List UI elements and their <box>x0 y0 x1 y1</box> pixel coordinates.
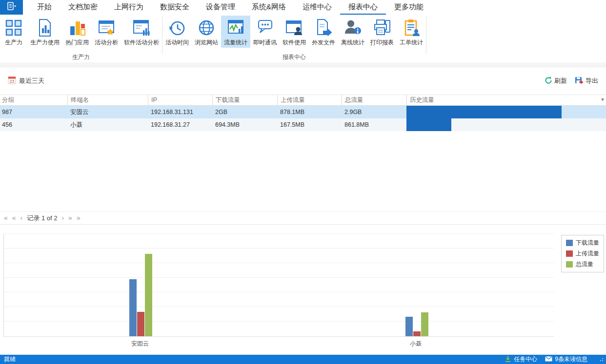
last-page-button[interactable]: » <box>77 212 81 224</box>
ribbon-item-traffic-stats[interactable]: 流量统计 <box>221 16 250 48</box>
ribbon-item-activity-analysis[interactable]: 活动分析 <box>92 16 121 48</box>
table-body: 987安固云192.168.31.1312GB878.1MB2.9GB456小聂… <box>0 106 606 131</box>
cell-history <box>406 106 606 118</box>
ribbon-item-label: 打印报表 <box>370 38 394 47</box>
menu-tab-doc-encrypt[interactable]: 文档加密 <box>60 0 106 15</box>
ribbon-item-productivity-usage[interactable]: 生产力使用 <box>27 16 62 48</box>
cell-history <box>406 118 606 131</box>
legend-item: 总流量 <box>566 260 599 268</box>
date-range-filter[interactable]: 23 最近三天 <box>8 76 44 86</box>
chat-bubble-icon <box>254 17 276 38</box>
refresh-button[interactable]: 刷新 <box>545 77 567 86</box>
bar-group-1 <box>129 254 152 336</box>
ribbon-item-software-usage[interactable]: 软件使用 <box>280 16 309 48</box>
column-header-history[interactable]: 历史流量 <box>406 95 606 105</box>
ribbon-item-ticket-stats[interactable]: 工单统计 <box>397 16 426 48</box>
menu-tab-more-features[interactable]: 更多功能 <box>386 0 432 15</box>
column-header-download[interactable]: 下载流量 <box>212 95 277 105</box>
filter-toolbar: 23 最近三天 刷新 导出 <box>8 74 598 88</box>
column-header-ip[interactable]: IP <box>148 95 212 105</box>
ribbon-divider <box>0 62 606 67</box>
ribbon-item-label: 活动分析 <box>95 38 118 47</box>
ribbon-item-label: 外发文件 <box>312 38 335 47</box>
bar-下载流量 <box>129 279 137 336</box>
ribbon-item-instant-messaging[interactable]: 即时通讯 <box>250 16 280 48</box>
column-menu-arrow-icon[interactable]: ▾ <box>601 96 604 103</box>
cell-download: 694.3MB <box>212 118 277 131</box>
ribbon-item-label: 即时通讯 <box>253 38 277 47</box>
column-header-group[interactable]: 分组 <box>0 95 67 105</box>
clock-history-icon <box>166 17 188 38</box>
cell-total: 861.8MB <box>342 118 406 131</box>
bar-上传流量 <box>137 312 144 336</box>
app-menu-button[interactable] <box>0 0 23 15</box>
window-star-icon <box>96 17 117 38</box>
refresh-label: 刷新 <box>554 77 567 85</box>
window-bars-icon <box>131 17 152 38</box>
ribbon-item-print-report[interactable]: 打印报表 <box>367 16 397 48</box>
menu-tab-web-behavior[interactable]: 上网行为 <box>106 0 152 15</box>
category-label: 小聂 <box>394 340 438 348</box>
menu-tab-start[interactable]: 开始 <box>29 0 60 15</box>
refresh-icon <box>545 77 552 86</box>
legend-item: 下载流量 <box>566 239 599 247</box>
chart-legend: 下载流量上传流量总流量 <box>561 235 604 272</box>
menu-tab-ops-center[interactable]: 运维中心 <box>294 0 340 15</box>
task-center-button[interactable]: 任务中心 <box>505 355 537 364</box>
productivity-grid-icon <box>3 17 24 38</box>
cell-terminal: 安固云 <box>67 106 148 118</box>
fast-prev-button[interactable]: « <box>12 212 16 224</box>
export-button[interactable]: 导出 <box>575 77 598 86</box>
column-header-terminal[interactable]: 终端名 <box>67 95 148 105</box>
export-save-icon <box>575 77 584 86</box>
unread-messages-button[interactable]: 9条未读信息 <box>545 355 587 364</box>
ribbon-item-hot-apps[interactable]: 热门应用 <box>62 16 92 48</box>
column-header-upload[interactable]: 上传流量 <box>277 95 342 105</box>
traffic-bar-chart: 下载流量上传流量总流量 安固云小聂 <box>0 229 606 355</box>
ribbon-item-label: 生产力使用 <box>30 38 60 47</box>
chart-gridline <box>4 307 554 307</box>
ribbon-item-activity-time[interactable]: 活动时间 <box>162 16 192 48</box>
clipboard-user-icon <box>401 17 422 38</box>
ribbon-item-label: 软件活动分析 <box>124 38 159 47</box>
history-bar <box>406 106 562 118</box>
resize-grip[interactable] <box>600 358 603 361</box>
chart-gridline <box>4 321 554 322</box>
window-user-icon <box>283 17 305 38</box>
ribbon-item-label: 浏览网站 <box>195 38 218 47</box>
doc-arrow-icon <box>313 17 334 38</box>
doc-chart-icon <box>34 17 56 38</box>
menu-tab-data-security[interactable]: 数据安全 <box>152 0 198 15</box>
ribbon-item-outgoing-files[interactable]: 外发文件 <box>309 16 338 48</box>
menu-tab-device-mgmt[interactable]: 设备管理 <box>198 0 243 15</box>
column-header-total[interactable]: 总流量 <box>342 95 406 105</box>
first-page-button[interactable]: « <box>4 212 8 224</box>
menu-tab-report-center[interactable]: 报表中心 <box>340 0 386 15</box>
ribbon-item-productivity[interactable]: 生产力 <box>0 16 27 48</box>
ribbon-item-browse-sites[interactable]: 浏览网站 <box>192 16 221 48</box>
legend-label: 上传流量 <box>576 249 599 258</box>
bar-总流量 <box>421 312 428 336</box>
app-menu-icon <box>6 1 17 13</box>
ribbon-item-label: 工单统计 <box>400 38 423 47</box>
table-row[interactable]: 987安固云192.168.31.1312GB878.1MB2.9GB <box>0 106 606 118</box>
next-page-button[interactable]: › <box>61 212 64 224</box>
ribbon-item-software-activity-analysis[interactable]: 软件活动分析 <box>121 16 162 48</box>
ribbon-group-2: 活动时间浏览网站流量统计即时通讯软件使用外发文件离线统计打印报表工单统计报表中心 <box>162 15 426 62</box>
unread-messages-label: 9条未读信息 <box>555 355 587 364</box>
cell-group: 456 <box>0 118 67 131</box>
ribbon-item-label: 活动时间 <box>165 38 189 47</box>
chart-gridline <box>4 263 554 263</box>
cell-download: 2GB <box>212 106 277 118</box>
ribbon-group-label: 报表中心 <box>162 53 426 62</box>
legend-item: 上传流量 <box>566 249 599 258</box>
prev-page-button[interactable]: ‹ <box>20 212 23 224</box>
category-label: 安固云 <box>118 340 162 348</box>
fast-next-button[interactable]: » <box>68 212 72 224</box>
cell-upload: 167.5MB <box>277 118 342 131</box>
legend-label: 总流量 <box>576 260 593 268</box>
date-range-label: 最近三天 <box>19 77 44 85</box>
ribbon-item-offline-stats[interactable]: 离线统计 <box>338 16 367 48</box>
table-row[interactable]: 456小聂192.168.31.27694.3MB167.5MB861.8MB <box>0 118 606 131</box>
menu-tab-system-network[interactable]: 系统&网络 <box>243 0 294 15</box>
